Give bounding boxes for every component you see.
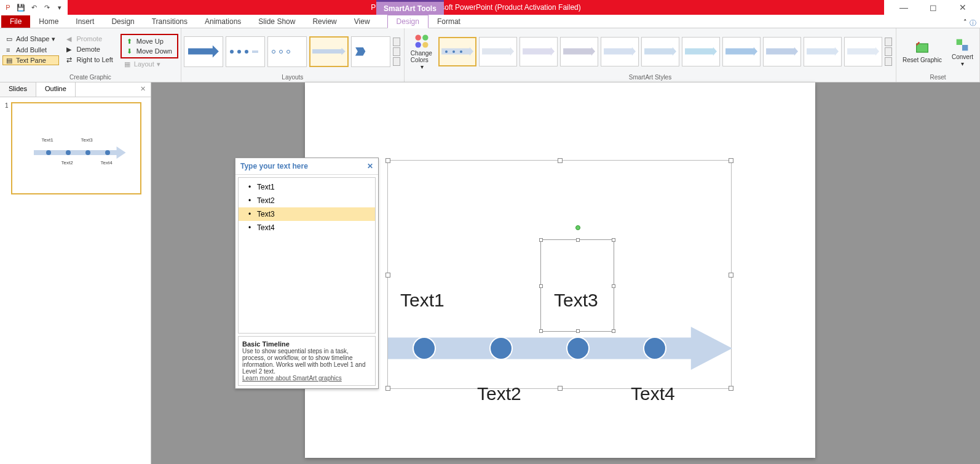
tab-insert[interactable]: Insert bbox=[67, 15, 103, 28]
style-option-10[interactable] bbox=[804, 37, 842, 66]
add-bullet-button[interactable]: ≡Add Bullet bbox=[2, 45, 59, 55]
layout-scroll-down-icon[interactable] bbox=[393, 47, 400, 56]
text-pane-item-1[interactable]: Text1 bbox=[239, 180, 375, 194]
text-pane: Type your text here ✕ Text1 Text2 Text3 … bbox=[235, 158, 379, 389]
tab-animations[interactable]: Animations bbox=[196, 15, 250, 28]
demote-button[interactable]: ▶Demote bbox=[63, 44, 116, 54]
style-option-6[interactable] bbox=[641, 37, 679, 66]
group-label-create-graphic: Create Graphic bbox=[2, 73, 178, 82]
tab-view[interactable]: View bbox=[346, 15, 379, 28]
move-up-button[interactable]: ⬆Move Up bbox=[123, 36, 176, 46]
timeline-dot-4[interactable] bbox=[643, 337, 666, 360]
tab-design[interactable]: Design bbox=[103, 15, 143, 28]
outline-tab[interactable]: Outline bbox=[36, 82, 76, 97]
reset-graphic-button[interactable]: Reset Graphic bbox=[899, 37, 946, 66]
text-pane-list[interactable]: Text1 Text2 Text3 Text4 bbox=[238, 177, 376, 334]
group-label-styles: SmartArt Styles bbox=[407, 73, 893, 82]
text-pane-item-2[interactable]: Text2 bbox=[239, 194, 375, 207]
layout-option-5[interactable] bbox=[351, 36, 390, 67]
tab-review[interactable]: Review bbox=[304, 15, 345, 28]
text-pane-description: Basic Timeline Use to show sequential st… bbox=[238, 336, 376, 386]
layout-option-3[interactable] bbox=[267, 36, 307, 67]
add-shape-button[interactable]: ▭Add Shape▾ bbox=[2, 34, 59, 44]
move-down-button[interactable]: ⬇Move Down bbox=[123, 46, 176, 56]
desc-body: Use to show sequential steps in a task, … bbox=[242, 348, 365, 375]
undo-icon[interactable]: ↶ bbox=[28, 2, 39, 13]
smartart-text-1[interactable]: Text1 bbox=[400, 290, 445, 311]
timeline-dot-2[interactable] bbox=[489, 337, 513, 360]
style-option-8[interactable] bbox=[722, 37, 761, 66]
desc-title: Basic Timeline bbox=[242, 340, 290, 348]
svg-point-3 bbox=[423, 42, 429, 47]
layout-button[interactable]: ▦Layout▾ bbox=[121, 59, 178, 70]
text-pane-close-icon[interactable]: ✕ bbox=[367, 162, 373, 170]
style-option-7[interactable] bbox=[682, 37, 720, 66]
style-option-11[interactable] bbox=[844, 37, 882, 66]
move-up-icon: ⬆ bbox=[127, 38, 134, 45]
layout-gallery-more[interactable] bbox=[393, 38, 401, 66]
layout-option-2[interactable] bbox=[226, 36, 265, 67]
rotate-handle-icon[interactable] bbox=[575, 225, 580, 230]
smartart-text-2[interactable]: Text2 bbox=[477, 383, 521, 404]
change-colors-button[interactable]: Change Colors▾ bbox=[407, 30, 437, 73]
save-icon[interactable]: 💾 bbox=[15, 2, 26, 13]
timeline-dot-1[interactable] bbox=[413, 337, 436, 360]
slide-thumbnail[interactable]: Text1 Text3 Text2 Text4 bbox=[11, 102, 141, 194]
canvas-area: Text1 Text3 Text2 Text4 Type yo bbox=[151, 82, 980, 464]
selection-box bbox=[540, 239, 614, 332]
ribbon-minimize-icon[interactable]: ˄ bbox=[963, 18, 967, 28]
tab-slideshow[interactable]: Slide Show bbox=[250, 15, 304, 28]
layout-expand-icon[interactable] bbox=[393, 57, 400, 66]
ribbon-tabs: File Home Insert Design Transitions Anim… bbox=[0, 15, 980, 28]
layout-option-selected[interactable] bbox=[309, 36, 349, 67]
group-label-reset: Reset bbox=[899, 73, 977, 82]
convert-button[interactable]: Convert▾ bbox=[948, 34, 977, 70]
help-icon[interactable]: ⓘ bbox=[970, 18, 976, 28]
style-option-2[interactable] bbox=[479, 37, 517, 66]
style-option-1[interactable] bbox=[438, 37, 476, 66]
styles-gallery-more[interactable] bbox=[885, 38, 893, 66]
add-bullet-icon: ≡ bbox=[6, 46, 14, 54]
svg-point-0 bbox=[416, 35, 421, 41]
slide-canvas[interactable]: Text1 Text3 Text2 Text4 bbox=[305, 82, 815, 458]
group-label-layouts: Layouts bbox=[184, 73, 401, 82]
text-pane-button[interactable]: ▤Text Pane bbox=[2, 55, 59, 65]
layout-scroll-up-icon[interactable] bbox=[393, 38, 400, 46]
smartart-text-4[interactable]: Text4 bbox=[631, 383, 675, 404]
style-option-9[interactable] bbox=[763, 37, 801, 66]
change-colors-icon bbox=[413, 33, 430, 50]
svg-rect-6 bbox=[962, 45, 968, 50]
redo-icon[interactable]: ↷ bbox=[41, 2, 52, 13]
tab-home[interactable]: Home bbox=[30, 15, 67, 28]
promote-icon: ◀ bbox=[66, 35, 74, 42]
maximize-icon[interactable]: ◻ bbox=[921, 0, 946, 15]
tab-smartart-design[interactable]: Design bbox=[387, 15, 429, 28]
text-pane-item-3[interactable]: Text3 bbox=[239, 207, 375, 221]
promote-button[interactable]: ◀Promote bbox=[63, 34, 116, 44]
tab-file[interactable]: File bbox=[1, 15, 30, 28]
group-layouts: Layouts bbox=[181, 28, 405, 82]
convert-icon bbox=[954, 36, 971, 54]
slides-tab[interactable]: Slides bbox=[0, 82, 36, 97]
style-option-3[interactable] bbox=[520, 37, 558, 66]
powerpoint-icon: P bbox=[2, 2, 14, 13]
text-pane-title: Type your text here bbox=[240, 162, 308, 170]
qat-dropdown-icon[interactable]: ▾ bbox=[54, 2, 65, 13]
move-down-icon: ⬇ bbox=[127, 47, 134, 55]
style-option-4[interactable] bbox=[560, 37, 598, 66]
minimize-icon[interactable]: — bbox=[891, 0, 916, 15]
timeline-arrow bbox=[388, 327, 732, 370]
svg-point-1 bbox=[423, 35, 429, 41]
text-pane-item-4[interactable]: Text4 bbox=[239, 221, 375, 234]
smartart-graphic[interactable]: Text1 Text3 Text2 Text4 bbox=[387, 160, 732, 389]
svg-rect-4 bbox=[917, 44, 928, 52]
close-icon[interactable]: ✕ bbox=[950, 0, 975, 15]
learn-more-link[interactable]: Learn more about SmartArt graphics bbox=[242, 375, 342, 382]
style-option-5[interactable] bbox=[601, 37, 639, 66]
panel-close-icon[interactable]: ✕ bbox=[135, 82, 151, 97]
right-to-left-button[interactable]: ⇄Right to Left bbox=[63, 55, 116, 65]
timeline-dot-3[interactable] bbox=[566, 337, 590, 360]
layout-option-1[interactable] bbox=[184, 36, 223, 67]
tab-transitions[interactable]: Transitions bbox=[143, 15, 196, 28]
tab-format[interactable]: Format bbox=[429, 15, 469, 28]
